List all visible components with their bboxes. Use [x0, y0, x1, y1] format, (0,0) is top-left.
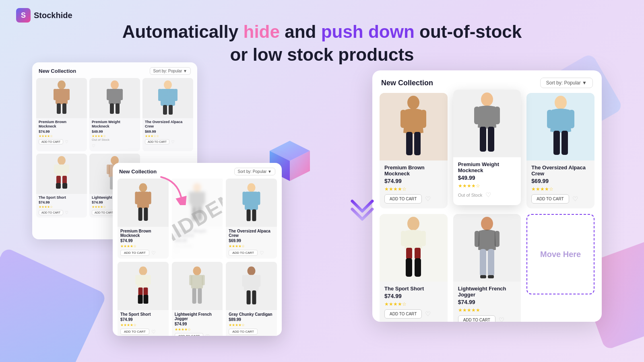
svg-rect-30 [62, 183, 67, 189]
wishlist-icon[interactable]: ♡ [171, 140, 175, 144]
svg-rect-99 [475, 231, 479, 247]
svg-rect-103 [480, 275, 486, 278]
svg-rect-70 [244, 275, 259, 291]
right-main-panel: New Collection Sort by: Popular ▼ Premiu… [372, 70, 602, 322]
product-price: $74.99 [39, 130, 85, 134]
svg-rect-67 [192, 288, 196, 304]
action-row: ADD TO CART ♡ [384, 194, 443, 204]
move-here-slot: Move Here [526, 214, 594, 294]
svg-rect-56 [137, 275, 149, 288]
action-row: ADD TO CART ♡ [531, 194, 590, 204]
product-info: Premium Brown Mockneck $74.99 ★★★★☆ ADD … [36, 118, 87, 147]
product-name: Premium Weight Mockneck [92, 120, 138, 129]
product-info: The Oversized Alpaca Crew $69.99 ★★★★☆ A… [226, 227, 277, 259]
product-info: Premium Weight Mockneck $49.99 ★★★★☆ Out… [453, 157, 521, 204]
wishlist-icon[interactable]: ♡ [65, 210, 68, 215]
wishlist-icon[interactable]: ♡ [92, 144, 95, 148]
svg-rect-22 [169, 105, 173, 115]
svg-rect-74 [252, 290, 256, 304]
list-item: The Oversized Alpaca Crew $69.99 ★★★☆☆ A… [142, 78, 193, 151]
list-item: The Sport Short $74.99 ★★★★☆ ADD TO CART… [380, 214, 448, 322]
action-row: ADD TO CART ♡ [384, 309, 443, 319]
right-panel-sort-button[interactable]: Sort by: Popular ▼ [540, 78, 593, 88]
wishlist-icon[interactable]: ♡ [485, 191, 491, 199]
svg-rect-6 [56, 89, 68, 104]
list-item: Premium Weight Mockneck $49.99 ★★★★☆ Out… [453, 90, 521, 205]
product-image [380, 93, 448, 160]
product-stars: ★★★★☆ [531, 186, 590, 192]
wishlist-icon[interactable]: ♡ [425, 310, 431, 318]
add-to-cart-button[interactable]: ADD TO CART [384, 194, 422, 204]
product-stars: ★★★★★ [458, 307, 516, 313]
add-to-cart-button[interactable]: ADD TO CART [229, 329, 258, 335]
svg-rect-57 [135, 275, 138, 285]
right-panel-products: Premium Brown Mockneck $74.99 ★★★★☆ ADD … [372, 93, 602, 322]
product-stars: ★★★★☆ [384, 186, 443, 192]
product-stars: ★★★★☆ [458, 183, 516, 189]
svg-rect-100 [495, 231, 500, 247]
svg-rect-50 [245, 192, 258, 210]
product-image [172, 262, 223, 310]
add-to-cart-button[interactable]: ADD TO CART [39, 139, 63, 144]
svg-point-86 [555, 96, 567, 109]
product-price: $49.99 [458, 175, 516, 181]
product-name: Lightweight French Jogger [458, 286, 516, 298]
add-to-cart-button[interactable]: ADD TO CART [120, 329, 149, 335]
add-to-cart-button[interactable]: ADD TO CART [229, 250, 258, 256]
svg-point-37 [139, 183, 147, 192]
svg-rect-78 [421, 110, 426, 128]
add-to-cart-button[interactable]: ADD TO CART [458, 315, 495, 322]
wishlist-icon[interactable]: ♡ [205, 333, 210, 336]
product-price: $89.99 [229, 317, 274, 322]
add-to-cart-button[interactable]: ADD TO CART [120, 250, 149, 256]
left-panel-sort[interactable]: Sort by: Popular ▼ [150, 67, 191, 75]
product-stars: ★★★★☆ [39, 134, 85, 138]
svg-rect-73 [247, 290, 251, 304]
svg-rect-89 [553, 131, 560, 155]
product-image [526, 93, 594, 160]
svg-rect-68 [198, 288, 202, 304]
middle-panel-sort[interactable]: Sort by: Popular ▼ [234, 168, 275, 175]
add-to-cart-button[interactable]: ADD TO CART [39, 210, 63, 215]
svg-rect-104 [488, 275, 494, 278]
svg-rect-65 [190, 275, 192, 286]
svg-rect-60 [143, 288, 148, 296]
product-info: The Sport Short $74.99 ★★★★☆ ADD TO CART… [36, 194, 87, 218]
product-stars: ★★★★☆ [175, 327, 220, 331]
svg-rect-33 [107, 165, 110, 174]
list-item: Lightweight French Jogger $74.99 ★★★★★ A… [453, 214, 521, 322]
wishlist-icon[interactable]: ♡ [572, 195, 578, 203]
product-info: The Oversized Alpaca Crew $69.99 ★★★☆☆ A… [142, 118, 193, 147]
svg-rect-80 [414, 132, 421, 155]
product-name: Premium Brown Mockneck [120, 229, 166, 238]
product-name: Premium Brown Mockneck [384, 165, 443, 177]
wishlist-icon[interactable]: ♡ [65, 140, 68, 144]
product-info: Lightweight French Jogger $74.99 ★★★★★ A… [453, 282, 521, 322]
svg-rect-12 [109, 89, 121, 104]
product-price: $74.99 [39, 200, 85, 204]
add-to-cart-button[interactable]: ADD TO CART [531, 194, 569, 204]
product-stars: ★★★☆☆ [145, 134, 191, 138]
product-image [142, 78, 193, 118]
product-image [36, 78, 87, 118]
svg-rect-54 [252, 210, 256, 221]
svg-rect-25 [54, 165, 57, 173]
list-item: Gray Chunky Cardigan $89.99 ★★★★☆ ADD TO… [226, 262, 277, 336]
wishlist-icon[interactable]: ♡ [260, 250, 264, 256]
out-of-stock-label: Out of Stock [92, 138, 138, 142]
svg-rect-19 [158, 89, 162, 101]
product-name: The Sport Short [384, 286, 443, 292]
wishlist-icon[interactable]: ♡ [499, 316, 504, 322]
wishlist-icon[interactable]: ♡ [151, 250, 156, 256]
svg-rect-61 [138, 295, 142, 304]
add-to-cart-button[interactable]: ADD TO CART [145, 139, 169, 144]
add-to-cart-button[interactable]: ADD TO CART [384, 309, 422, 319]
wishlist-icon[interactable]: ♡ [425, 195, 431, 203]
product-price: $74.99 [175, 322, 220, 326]
svg-rect-15 [110, 103, 114, 114]
hero-text-part1: Automatically [122, 22, 244, 41]
list-item: The Oversized Alpaca Crew $69.99 ★★★★☆ A… [526, 93, 594, 208]
product-stars: ★★★★☆ [92, 134, 138, 138]
wishlist-icon[interactable]: ♡ [151, 329, 156, 335]
add-to-cart-button[interactable]: ADD TO CART [175, 333, 204, 336]
